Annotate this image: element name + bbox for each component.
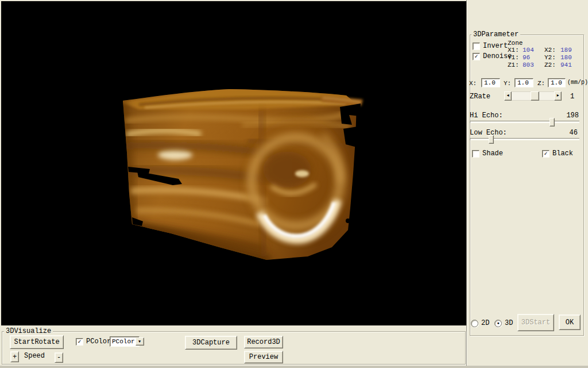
- zone-x1-label: X1:: [508, 47, 523, 54]
- y-scale-label: Y:: [504, 80, 511, 87]
- invert-label: Invert: [483, 42, 508, 50]
- black-checkbox[interactable]: ✓ Black: [542, 150, 573, 158]
- parameter-group-title: 3DParameter: [471, 30, 520, 39]
- pcolor-check-mark: ✓: [78, 339, 81, 345]
- invert-checkbox-box: [473, 43, 480, 50]
- pcolor-dropdown[interactable]: PColor ▼: [110, 336, 140, 347]
- hi-echo-label: Hi Echo:: [470, 112, 503, 120]
- zone-z1-label: Z1:: [508, 62, 523, 69]
- low-echo-value: 46: [562, 129, 578, 137]
- mode-3d-radio-circle: ●: [494, 320, 502, 327]
- denoise-check-mark: ✓: [474, 53, 478, 60]
- hi-echo-value: 198: [562, 112, 579, 120]
- low-echo-slider-thumb[interactable]: [489, 135, 494, 144]
- zone-y1-value: 96: [523, 54, 544, 62]
- y-scale-field[interactable]: 1.0: [514, 78, 533, 87]
- speed-plus-button[interactable]: +: [10, 351, 19, 362]
- shade-checkbox[interactable]: Shade: [472, 150, 503, 158]
- hi-echo-slider-thumb[interactable]: [550, 118, 555, 126]
- zone-values: X1: 104 X2: 189 Y1: 96 Y2: 180 Z1: 803 Z…: [508, 47, 581, 69]
- 3d-viewport[interactable]: [1, 1, 466, 325]
- mode-3d-radio[interactable]: ● 3D: [494, 319, 513, 327]
- pcolor-dropdown-value: PColor: [110, 337, 135, 346]
- zrate-scroll-right-icon[interactable]: ►: [554, 91, 562, 101]
- zone-y2-value: 180: [560, 54, 581, 62]
- zone-x2-value: 189: [560, 47, 581, 54]
- denoise-checkbox[interactable]: ✓ Denoise: [473, 52, 512, 60]
- scale-unit-label: (mm/p): [567, 79, 588, 86]
- preview-button[interactable]: Preview: [244, 351, 283, 363]
- mode-2d-label: 2D: [481, 319, 489, 327]
- ok-button[interactable]: OK: [559, 315, 581, 330]
- z-scale-field[interactable]: 1.0: [548, 78, 566, 87]
- shade-checkbox-box: [472, 150, 479, 158]
- black-checkbox-box: ✓: [542, 150, 550, 158]
- speed-minus-button[interactable]: -: [55, 352, 63, 363]
- speed-label: Speed: [24, 352, 45, 360]
- mode-2d-radio-circle: [471, 320, 478, 327]
- pcolor-checkbox[interactable]: ✓ PColor: [76, 338, 111, 346]
- hi-echo-slider-track[interactable]: [470, 121, 579, 123]
- zrate-scroll-left-icon[interactable]: ◄: [504, 91, 512, 101]
- dropdown-arrow-icon[interactable]: ▼: [136, 338, 144, 346]
- invert-checkbox[interactable]: Invert: [473, 42, 508, 50]
- zone-y1-label: Y1:: [508, 54, 523, 62]
- shade-label: Shade: [482, 150, 503, 158]
- zrate-scroll-track[interactable]: [512, 91, 554, 101]
- window-bottom-edge: [0, 366, 588, 368]
- zone-z1-value: 803: [523, 62, 544, 69]
- 3dstart-button[interactable]: 3DStart: [517, 314, 554, 331]
- x-scale-field[interactable]: 1.0: [481, 78, 500, 87]
- z-scale-label: Z:: [537, 80, 545, 87]
- visualize-group-title: 3DVisualize: [4, 327, 53, 335]
- mode-3d-radio-dot: ●: [497, 321, 499, 325]
- mode-2d-radio[interactable]: 2D: [471, 319, 489, 327]
- volume-render: [1, 1, 466, 325]
- black-check-mark: ✓: [544, 151, 547, 157]
- pcolor-checkbox-box: ✓: [76, 338, 83, 346]
- pcolor-label: PColor: [86, 338, 111, 346]
- zrate-scroll-thumb[interactable]: [531, 91, 539, 101]
- low-echo-slider-track[interactable]: [470, 138, 579, 140]
- zone-title: Zone: [508, 40, 523, 47]
- record3d-button[interactable]: Record3D: [244, 336, 283, 348]
- app-window: 3DParameter Invert ✓ Denoise Zone X1: 10…: [0, 0, 588, 368]
- mode-3d-label: 3D: [505, 319, 513, 327]
- 3dcapture-button[interactable]: 3DCapture: [185, 336, 237, 350]
- zrate-value: 1: [570, 93, 574, 101]
- denoise-checkbox-box: ✓: [473, 53, 480, 60]
- zone-z2-value: 941: [560, 62, 581, 69]
- zrate-scrollbar[interactable]: ◄ ►: [504, 91, 562, 101]
- start-rotate-button[interactable]: StartRotate: [10, 335, 64, 349]
- x-scale-label: X:: [469, 80, 477, 87]
- zrate-label: ZRate: [470, 93, 490, 101]
- zone-x2-label: X2:: [544, 47, 560, 54]
- zone-y2-label: Y2:: [544, 54, 560, 62]
- zone-z2-label: Z2:: [544, 62, 560, 69]
- black-label: Black: [552, 150, 573, 158]
- zone-x1-value: 104: [523, 47, 544, 54]
